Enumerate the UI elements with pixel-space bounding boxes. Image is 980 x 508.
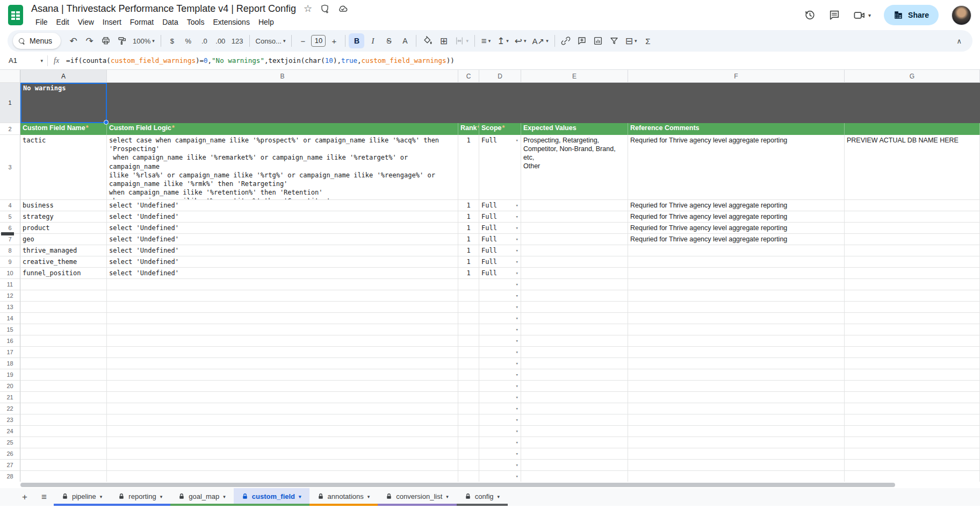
- row-header-16[interactable]: 16: [0, 335, 20, 347]
- cell-E5[interactable]: [521, 211, 628, 223]
- cell-C8[interactable]: 1: [458, 245, 479, 256]
- dropdown-caret-icon[interactable]: ▾: [516, 472, 518, 481]
- create-filter-button[interactable]: [607, 33, 622, 48]
- cell-D13[interactable]: ▾: [479, 302, 521, 313]
- cell-A6[interactable]: product: [20, 223, 107, 234]
- cell-A5[interactable]: strategy: [20, 211, 107, 223]
- cell-B7[interactable]: select 'Undefined': [107, 234, 458, 245]
- text-color-button[interactable]: A: [397, 33, 413, 48]
- cell-E25[interactable]: [521, 437, 628, 448]
- row-header-9[interactable]: 9: [0, 256, 20, 268]
- column-header-G[interactable]: G: [845, 70, 980, 83]
- cell-C25[interactable]: [458, 437, 479, 448]
- cell-D9[interactable]: Full▾: [479, 256, 521, 268]
- cell-E6[interactable]: [521, 223, 628, 234]
- cell-E19[interactable]: [521, 369, 628, 381]
- dropdown-caret-icon[interactable]: ▾: [516, 303, 518, 312]
- cell-G5[interactable]: [845, 211, 980, 223]
- horizontal-scrollbar[interactable]: [0, 482, 980, 488]
- cell-B3[interactable]: select case when campaign_name ilike '%p…: [107, 135, 458, 200]
- cell-G27[interactable]: [845, 460, 980, 471]
- row-header-24[interactable]: 24: [0, 426, 20, 437]
- row-header-19[interactable]: 19: [0, 369, 20, 381]
- sheet-tab-pipeline[interactable]: pipeline▾: [54, 488, 110, 506]
- header-cell-G2[interactable]: [845, 123, 980, 135]
- hide-toolbar-button[interactable]: ∧: [951, 37, 967, 45]
- print-button[interactable]: [98, 33, 113, 48]
- cell-C23[interactable]: [458, 414, 479, 426]
- cell-C19[interactable]: [458, 369, 479, 381]
- cell-A15[interactable]: [20, 324, 107, 335]
- cell-F4[interactable]: Requried for Thrive agency level aggrega…: [628, 200, 845, 211]
- zoom-select[interactable]: 100% ▾: [130, 33, 157, 48]
- cell-C28[interactable]: [458, 471, 479, 482]
- cell-F16[interactable]: [628, 335, 845, 347]
- text-wrap-button[interactable]: ↩ ▾: [512, 33, 529, 48]
- column-header-A[interactable]: A: [20, 70, 107, 83]
- menu-help[interactable]: Help: [254, 17, 278, 27]
- account-avatar[interactable]: [952, 5, 971, 25]
- cell-D4[interactable]: Full▾: [479, 200, 521, 211]
- cell-D14[interactable]: ▾: [479, 313, 521, 324]
- dropdown-caret-icon[interactable]: ▾: [516, 246, 518, 255]
- cloud-saved-icon[interactable]: [337, 3, 348, 14]
- header-cell-E2[interactable]: Expected Values: [521, 123, 628, 135]
- cell-B15[interactable]: [107, 324, 458, 335]
- cell-C3[interactable]: 1: [458, 135, 479, 200]
- cell-G25[interactable]: [845, 437, 980, 448]
- dropdown-caret-icon[interactable]: ▾: [516, 212, 518, 221]
- cell-A13[interactable]: [20, 302, 107, 313]
- cell-F22[interactable]: [628, 403, 845, 414]
- name-box[interactable]: A1 ▾: [0, 56, 47, 65]
- cell-D12[interactable]: ▾: [479, 290, 521, 302]
- borders-button[interactable]: ⊞: [436, 33, 451, 48]
- dropdown-caret-icon[interactable]: ▾: [516, 224, 518, 233]
- cell-D3[interactable]: Full▾: [479, 135, 521, 200]
- dropdown-caret-icon[interactable]: ▾: [516, 314, 518, 323]
- row-header-23[interactable]: 23: [0, 414, 20, 426]
- italic-button[interactable]: I: [365, 33, 380, 48]
- cell-F19[interactable]: [628, 369, 845, 381]
- header-cell-F2[interactable]: Reference Comments: [628, 123, 845, 135]
- cell-D25[interactable]: ▾: [479, 437, 521, 448]
- cell-D15[interactable]: ▾: [479, 324, 521, 335]
- cell-A28[interactable]: [20, 471, 107, 482]
- row-header-13[interactable]: 13: [0, 302, 20, 313]
- dropdown-caret-icon[interactable]: ▾: [516, 269, 518, 278]
- cell-A17[interactable]: [20, 347, 107, 358]
- sheet-tab-annotations[interactable]: annotations▾: [309, 488, 378, 506]
- cell-C27[interactable]: [458, 460, 479, 471]
- version-history-icon[interactable]: [804, 9, 816, 21]
- cell-G16[interactable]: [845, 335, 980, 347]
- menu-data[interactable]: Data: [158, 17, 183, 27]
- cell-F13[interactable]: [628, 302, 845, 313]
- fill-color-button[interactable]: [420, 33, 435, 48]
- row-header-8[interactable]: 8: [0, 245, 20, 256]
- meet-caret-icon[interactable]: ▾: [868, 12, 871, 18]
- cell-B20[interactable]: [107, 381, 458, 392]
- cell-F12[interactable]: [628, 290, 845, 302]
- cell-D16[interactable]: ▾: [479, 335, 521, 347]
- insert-link-button[interactable]: [558, 33, 574, 48]
- menu-edit[interactable]: Edit: [52, 17, 74, 27]
- cell-C4[interactable]: 1: [458, 200, 479, 211]
- cell-A27[interactable]: [20, 460, 107, 471]
- row-header-18[interactable]: 18: [0, 358, 20, 369]
- cell-B9[interactable]: select 'Undefined': [107, 256, 458, 268]
- cell-D22[interactable]: ▾: [479, 403, 521, 414]
- dropdown-caret-icon[interactable]: ▾: [516, 382, 518, 391]
- cell-E18[interactable]: [521, 358, 628, 369]
- cell-A4[interactable]: business: [20, 200, 107, 211]
- cell-B10[interactable]: select 'Undefined': [107, 268, 458, 279]
- cell-B4[interactable]: select 'Undefined': [107, 200, 458, 211]
- row-header-11[interactable]: 11: [0, 279, 20, 290]
- strikethrough-button[interactable]: S: [381, 33, 397, 48]
- paint-format-button[interactable]: [114, 33, 129, 48]
- all-sheets-button[interactable]: ≡: [34, 488, 54, 506]
- cell-G12[interactable]: [845, 290, 980, 302]
- cell-B19[interactable]: [107, 369, 458, 381]
- cell-A20[interactable]: [20, 381, 107, 392]
- cell-E9[interactable]: [521, 256, 628, 268]
- cell-C12[interactable]: [458, 290, 479, 302]
- cell-D26[interactable]: ▾: [479, 448, 521, 460]
